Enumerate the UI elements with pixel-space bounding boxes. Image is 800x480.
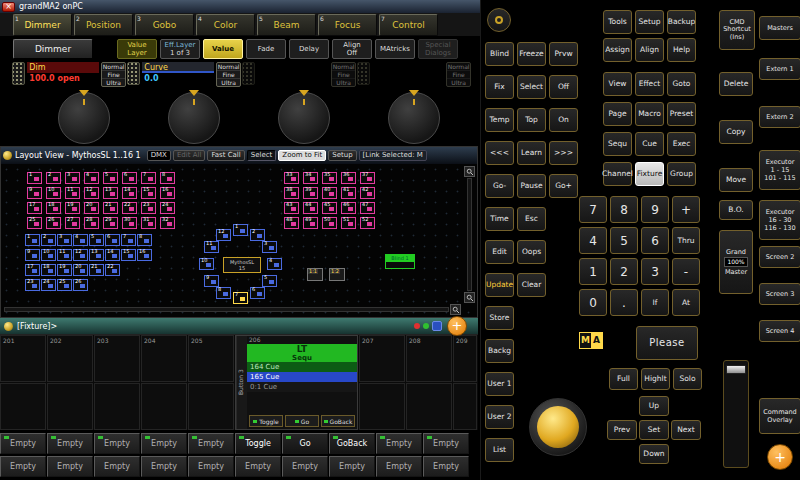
- fixture-icon[interactable]: 16: [160, 187, 175, 199]
- executor-slot[interactable]: [141, 383, 187, 430]
- minus-key[interactable]: -: [672, 258, 700, 285]
- key-7[interactable]: 7: [579, 196, 607, 223]
- fixture-icon[interactable]: 24: [41, 279, 56, 291]
- fixture-icon[interactable]: 31: [141, 217, 156, 229]
- window-options-icon[interactable]: [4, 322, 13, 331]
- fixture-icon[interactable]: 20: [73, 264, 88, 276]
- fixture-icon[interactable]: 23: [25, 279, 40, 291]
- layer-item-fade[interactable]: Fade: [246, 39, 286, 59]
- empty-button-empty-4[interactable]: Empty: [188, 433, 234, 454]
- encoder-mode-stack[interactable]: NormalFineUltra: [216, 62, 241, 87]
- key-if[interactable]: If: [641, 289, 669, 316]
- fixture-icon[interactable]: 28: [84, 217, 99, 229]
- fixture-icon[interactable]: 5: [89, 234, 104, 246]
- fixture-icon[interactable]: 26: [46, 217, 61, 229]
- empty-button-empty-9[interactable]: Empty: [423, 433, 469, 454]
- fixture-icon[interactable]: 4: [84, 172, 99, 184]
- fixture-icon[interactable]: 13: [89, 249, 104, 261]
- encoder-mode-stack[interactable]: NormalFineUltra: [446, 62, 471, 87]
- fixture-icon[interactable]: 34: [303, 172, 318, 184]
- key-6[interactable]: 6: [641, 227, 669, 254]
- encoder-options-icon[interactable]: [242, 62, 255, 85]
- key-prvw[interactable]: Prvw: [549, 42, 578, 66]
- preset-tab-control[interactable]: 7Control: [379, 14, 438, 36]
- page-down-key[interactable]: >>>: [549, 141, 578, 165]
- key-thru[interactable]: Thru: [672, 227, 700, 254]
- fixture-icon[interactable]: 10: [46, 187, 61, 199]
- fixture-icon[interactable]: 20: [84, 202, 99, 214]
- key-macro[interactable]: Macro: [635, 102, 664, 126]
- key-cue[interactable]: Cue: [635, 132, 664, 156]
- key-update[interactable]: Update: [485, 273, 514, 297]
- fixture-icon[interactable]: 7: [233, 292, 248, 304]
- fixture-icon[interactable]: 9: [27, 187, 42, 199]
- fixture-icon[interactable]: 4: [73, 234, 88, 246]
- key-8[interactable]: 8: [610, 196, 638, 223]
- empty-button-empty-3[interactable]: Empty: [141, 433, 187, 454]
- key-oops[interactable]: Oops: [517, 240, 546, 264]
- fixture-icon[interactable]: 40: [322, 187, 337, 199]
- preset-tab-beam[interactable]: 5Beam: [257, 14, 316, 36]
- fixture-icon[interactable]: 2: [46, 172, 61, 184]
- executor-slot[interactable]: [47, 383, 93, 430]
- ma-key[interactable]: MA: [579, 332, 603, 349]
- preset-tab-gobo[interactable]: 3Gobo: [135, 14, 194, 36]
- fixture-icon[interactable]: 52: [360, 217, 375, 229]
- cue-row[interactable]: 0:1 Cue: [247, 382, 357, 392]
- fixture-icon[interactable]: 19: [57, 264, 72, 276]
- key-view[interactable]: View: [603, 72, 632, 96]
- layer-item-matricks[interactable]: MAtricks: [375, 39, 415, 59]
- key-esc[interactable]: Esc: [517, 207, 546, 231]
- fixture-icon[interactable]: 43: [284, 202, 299, 214]
- grand-master[interactable]: Grand100%Master: [719, 230, 753, 294]
- fixture-icon[interactable]: 15: [121, 249, 136, 261]
- executor-slot[interactable]: [453, 383, 477, 430]
- fixture-icon[interactable]: 3: [262, 241, 277, 253]
- executor-slot[interactable]: 204: [141, 335, 187, 382]
- encoder-options-icon[interactable]: [357, 62, 370, 85]
- extern1-button[interactable]: Extern 1: [759, 58, 800, 80]
- fixture-icon[interactable]: 11: [57, 249, 72, 261]
- layer-item-special-dialogs[interactable]: SpecialDialogs: [418, 39, 458, 59]
- preset-tab-dimmer[interactable]: 1Dimmer: [13, 14, 72, 36]
- executor-slot[interactable]: [94, 383, 140, 430]
- key-2[interactable]: 2: [610, 258, 638, 285]
- empty-button-empty-0[interactable]: Empty: [0, 433, 46, 454]
- fixture-icon[interactable]: 26: [73, 279, 88, 291]
- add-button[interactable]: +: [767, 444, 793, 470]
- fixture-icon[interactable]: 46: [341, 202, 356, 214]
- key-clear[interactable]: Clear: [517, 273, 546, 297]
- layout-tab-dmx[interactable]: DMX: [147, 150, 171, 161]
- key-backg[interactable]: Backg: [485, 339, 514, 363]
- fixture-icon[interactable]: 30: [122, 217, 137, 229]
- empty-button-empty-0[interactable]: Empty: [0, 456, 46, 477]
- fixture-icon[interactable]: 1: [233, 224, 248, 236]
- exec-button-go-6[interactable]: Go: [282, 433, 328, 454]
- layout-tab-link-selected-m[interactable]: [Link Selected: M: [359, 150, 427, 161]
- layout-tab-select[interactable]: Select: [247, 150, 277, 161]
- fixture-icon-small[interactable]: 1:2: [329, 268, 345, 281]
- key-group[interactable]: Group: [667, 162, 696, 186]
- fixture-icon[interactable]: 21: [89, 264, 104, 276]
- fixture-icon[interactable]: 6: [250, 287, 265, 299]
- copy-key[interactable]: Copy: [719, 120, 753, 144]
- key-top[interactable]: Top: [517, 108, 546, 132]
- preset-tab-focus[interactable]: 6Focus: [318, 14, 377, 36]
- sequence-button-goback[interactable]: GoBack: [321, 415, 355, 427]
- executor-slot[interactable]: 202: [47, 335, 93, 382]
- nav-up-key[interactable]: Up: [639, 396, 669, 416]
- sequence-button-toggle[interactable]: Toggle: [249, 415, 283, 427]
- fixture-icon[interactable]: 45: [322, 202, 337, 214]
- key-preset[interactable]: Preset: [667, 102, 696, 126]
- empty-button-empty-3[interactable]: Empty: [141, 456, 187, 477]
- fixture-icon[interactable]: 7: [141, 172, 156, 184]
- fixture-icon[interactable]: 42: [360, 187, 375, 199]
- layout-tab-edit-all[interactable]: Edit All: [173, 150, 205, 161]
- key-align[interactable]: Align: [635, 38, 664, 62]
- executor-slot[interactable]: [406, 383, 452, 430]
- empty-button-empty-8[interactable]: Empty: [376, 456, 422, 477]
- key-sequ[interactable]: Sequ: [603, 132, 632, 156]
- master-fader[interactable]: [723, 360, 749, 468]
- key-blind[interactable]: Blind: [485, 42, 514, 66]
- empty-button-empty-4[interactable]: Empty: [188, 456, 234, 477]
